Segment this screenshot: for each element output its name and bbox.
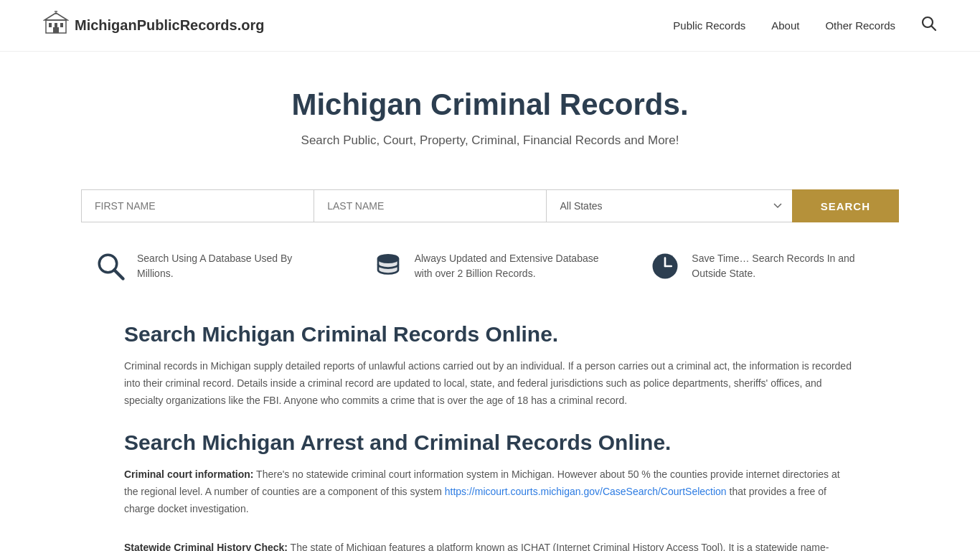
search-feature-icon: [95, 251, 126, 286]
feature-database: Always Updated and Extensive Database wi…: [373, 251, 608, 286]
feature-clock: Save Time… Search Records In and Outside…: [650, 251, 885, 286]
svg-line-11: [114, 270, 123, 278]
svg-rect-4: [60, 23, 63, 27]
section2-criminal-court: Criminal court information: There's no s…: [124, 466, 856, 517]
svg-rect-2: [49, 23, 52, 27]
main-content: Search Michigan Criminal Records Online.…: [81, 322, 899, 551]
state-select[interactable]: All StatesAlabamaAlaskaArizonaArkansasCa…: [546, 189, 791, 222]
logo-icon: [43, 10, 69, 41]
criminal-court-link[interactable]: https://micourt.courts.michigan.gov/Case…: [445, 486, 727, 497]
section2-heading: Search Michigan Arrest and Criminal Reco…: [124, 430, 856, 455]
section2-ichat: Statewide Criminal History Check: The st…: [124, 540, 856, 551]
criminal-court-label: Criminal court information:: [124, 468, 253, 480]
hero-subtitle: Search Public, Court, Property, Criminal…: [43, 133, 937, 148]
feature-search-text: Search Using A Database Used By Millions…: [137, 251, 330, 281]
section1-heading: Search Michigan Criminal Records Online.: [124, 322, 856, 347]
nav-links: Public Records About Other Records: [673, 16, 937, 36]
svg-rect-5: [53, 27, 59, 33]
feature-search: Search Using A Database Used By Millions…: [95, 251, 330, 286]
last-name-input[interactable]: [314, 189, 546, 222]
logo[interactable]: MichiganPublicRecords.org: [43, 10, 264, 41]
clock-feature-icon: [650, 251, 680, 286]
hero-section: Michigan Criminal Records. Search Public…: [0, 52, 980, 189]
nav-search-icon[interactable]: [921, 17, 937, 35]
ichat-label: Statewide Criminal History Check:: [124, 542, 288, 551]
feature-database-text: Always Updated and Extensive Database wi…: [415, 251, 608, 281]
first-name-input[interactable]: [81, 189, 314, 222]
search-bar: All StatesAlabamaAlaskaArizonaArkansasCa…: [38, 189, 942, 222]
page-title: Michigan Criminal Records.: [43, 88, 937, 122]
search-button[interactable]: SEARCH: [792, 189, 899, 222]
navbar: MichiganPublicRecords.org Public Records…: [0, 0, 980, 52]
features-section: Search Using A Database Used By Millions…: [38, 251, 942, 322]
feature-clock-text: Save Time… Search Records In and Outside…: [692, 251, 885, 281]
database-feature-icon: [373, 251, 403, 286]
svg-line-9: [932, 26, 936, 30]
nav-about[interactable]: About: [771, 19, 799, 32]
nav-public-records[interactable]: Public Records: [673, 19, 745, 32]
logo-text: MichiganPublicRecords.org: [75, 17, 264, 34]
section1-body: Criminal records in Michigan supply deta…: [124, 358, 856, 409]
nav-other-records[interactable]: Other Records: [825, 19, 895, 32]
svg-rect-3: [55, 23, 57, 27]
